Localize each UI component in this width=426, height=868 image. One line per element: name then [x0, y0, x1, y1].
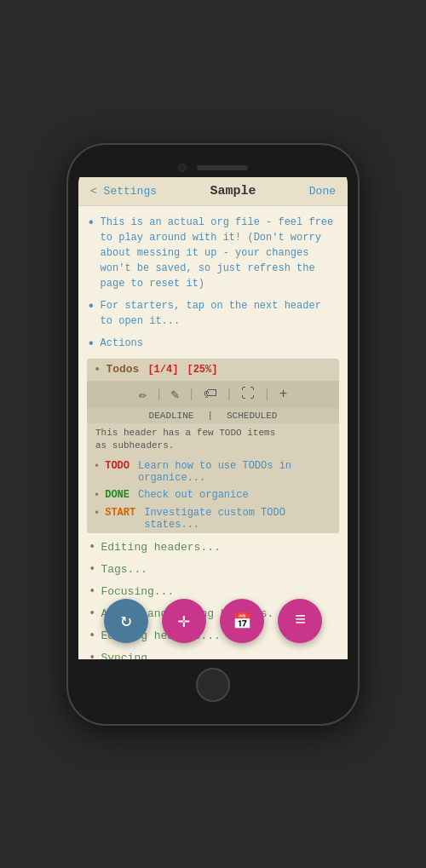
list-fab-button[interactable]: ≡: [278, 599, 322, 643]
phone-frame: < Settings Sample Done • This is an actu…: [68, 145, 358, 724]
sync-fab-button[interactable]: ↻: [104, 599, 148, 643]
todo-text-1: Learn how to use TODOs in organice...: [138, 460, 332, 484]
back-button[interactable]: < Settings: [90, 185, 157, 198]
expand-icon[interactable]: ⛶: [234, 384, 262, 404]
todos-description: This header has a few TODO itemsas subhe…: [87, 423, 339, 458]
calendar-fab-button[interactable]: 📅: [220, 599, 264, 643]
todo-status-3: START: [105, 507, 135, 519]
sub-bullet-1: •: [94, 461, 100, 473]
nav-bar: < Settings Sample Done: [78, 177, 348, 206]
scheduled-label[interactable]: SCHEDULED: [227, 411, 277, 421]
speaker: [197, 165, 248, 170]
move-fab-button[interactable]: ✛: [162, 599, 206, 643]
intro-bullet-2: • For starters, tap on the next header t…: [87, 298, 339, 329]
sub-bullet-3: •: [94, 508, 100, 520]
phone-top-bar: [78, 155, 348, 177]
phone-inner: < Settings Sample Done • This is an actu…: [78, 155, 348, 714]
edit-icon[interactable]: ✏: [132, 384, 154, 405]
phone-bottom-bar: [78, 659, 348, 714]
nav-title: Sample: [210, 184, 256, 198]
camera: [178, 164, 187, 172]
section-bullet-tags: •: [89, 562, 95, 576]
section-tags[interactable]: • Tags...: [87, 559, 339, 579]
section-bullet-editing: •: [89, 540, 95, 554]
add-icon[interactable]: +: [273, 385, 295, 404]
todos-title: Todos: [106, 363, 139, 376]
toolbar-sep-4: |: [262, 388, 272, 401]
todo-text-2: Check out organice: [138, 489, 249, 501]
fab-bar: ↻ ✛ 📅 ≡: [78, 591, 348, 659]
intro-text-1: This is an actual org file - feel free t…: [101, 215, 339, 291]
todos-header-block[interactable]: • Todos [1/4] [25%] ✏ | ✎ | 🏷 | ⛶ |: [87, 359, 339, 534]
toolbar-sep-2: |: [186, 388, 196, 401]
deadline-label[interactable]: DEADLINE: [149, 411, 194, 421]
todo-text-3: Investigate custom TODO states...: [144, 507, 332, 531]
done-button[interactable]: Done: [309, 185, 336, 198]
deadline-divider: |: [193, 411, 227, 421]
tag-icon[interactable]: 🏷: [197, 384, 224, 404]
bullet-icon-1: •: [87, 216, 95, 231]
sub-bullet-2: •: [94, 490, 100, 502]
section-label-editing: Editing headers...: [101, 541, 220, 554]
todos-bullet: •: [94, 363, 101, 377]
toolbar-sep-1: |: [153, 388, 164, 401]
todos-percent: [25%]: [187, 364, 217, 376]
bullet-icon-2: •: [87, 299, 95, 314]
todo-item-2[interactable]: • DONE Check out organice: [87, 486, 339, 504]
todo-item-3[interactable]: • START Investigate custom TODO states..…: [87, 504, 339, 533]
todo-status-2: DONE: [105, 489, 130, 501]
compose-icon[interactable]: ✎: [164, 384, 187, 405]
intro-bullet-1: • This is an actual org file - feel free…: [87, 215, 339, 291]
home-button[interactable]: [196, 668, 230, 702]
intro-bullet-3: • Actions: [87, 336, 339, 352]
toolbar-row: ✏ | ✎ | 🏷 | ⛶ | +: [87, 381, 339, 408]
toolbar-sep-3: |: [224, 388, 234, 401]
todos-progress: [1/4]: [147, 364, 178, 376]
screen: < Settings Sample Done • This is an actu…: [78, 177, 348, 659]
deadline-row: DEADLINE | SCHEDULED: [87, 408, 339, 423]
todo-status-1: TODO: [105, 460, 130, 472]
bullet-icon-3: •: [87, 336, 95, 352]
intro-text-2: For starters, tap on the next header to …: [101, 298, 339, 329]
section-editing-headers[interactable]: • Editing headers...: [87, 537, 339, 557]
todo-item-1[interactable]: • TODO Learn how to use TODOs in organic…: [87, 457, 339, 486]
section-label-tags: Tags...: [101, 563, 147, 576]
todos-title-row[interactable]: • Todos [1/4] [25%]: [87, 359, 339, 381]
intro-text-3: Actions: [101, 336, 143, 351]
